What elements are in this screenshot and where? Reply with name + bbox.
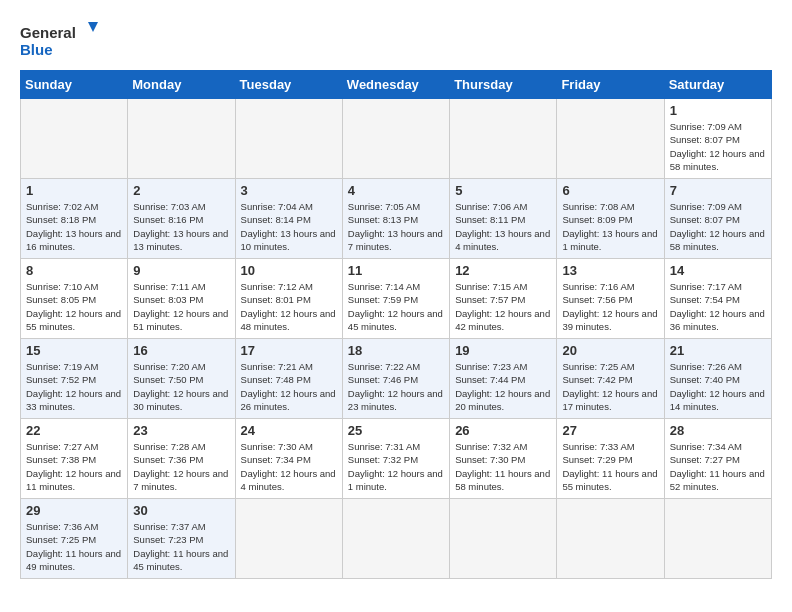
day-info: Sunrise: 7:08 AMSunset: 8:09 PMDaylight:… (562, 200, 658, 253)
day-info: Sunrise: 7:23 AMSunset: 7:44 PMDaylight:… (455, 360, 551, 413)
day-info: Sunrise: 7:14 AMSunset: 7:59 PMDaylight:… (348, 280, 444, 333)
calendar-week-row: 29Sunrise: 7:36 AMSunset: 7:25 PMDayligh… (21, 499, 772, 579)
day-number: 8 (26, 263, 122, 278)
day-info: Sunrise: 7:04 AMSunset: 8:14 PMDaylight:… (241, 200, 337, 253)
calendar-week-row: 15Sunrise: 7:19 AMSunset: 7:52 PMDayligh… (21, 339, 772, 419)
calendar-cell: 24Sunrise: 7:30 AMSunset: 7:34 PMDayligh… (235, 419, 342, 499)
calendar-week-row: 8Sunrise: 7:10 AMSunset: 8:05 PMDaylight… (21, 259, 772, 339)
day-number: 20 (562, 343, 658, 358)
calendar-cell (235, 99, 342, 179)
day-info: Sunrise: 7:20 AMSunset: 7:50 PMDaylight:… (133, 360, 229, 413)
day-info: Sunrise: 7:34 AMSunset: 7:27 PMDaylight:… (670, 440, 766, 493)
calendar-week-row: 1Sunrise: 7:02 AMSunset: 8:18 PMDaylight… (21, 179, 772, 259)
calendar-cell (21, 99, 128, 179)
calendar-cell: 1Sunrise: 7:09 AMSunset: 8:07 PMDaylight… (664, 99, 771, 179)
day-number: 27 (562, 423, 658, 438)
day-info: Sunrise: 7:36 AMSunset: 7:25 PMDaylight:… (26, 520, 122, 573)
day-info: Sunrise: 7:37 AMSunset: 7:23 PMDaylight:… (133, 520, 229, 573)
calendar-cell: 23Sunrise: 7:28 AMSunset: 7:36 PMDayligh… (128, 419, 235, 499)
calendar-cell (342, 99, 449, 179)
day-number: 13 (562, 263, 658, 278)
day-number: 10 (241, 263, 337, 278)
weekday-header-monday: Monday (128, 71, 235, 99)
day-number: 11 (348, 263, 444, 278)
day-info: Sunrise: 7:12 AMSunset: 8:01 PMDaylight:… (241, 280, 337, 333)
day-number: 17 (241, 343, 337, 358)
day-info: Sunrise: 7:22 AMSunset: 7:46 PMDaylight:… (348, 360, 444, 413)
calendar-cell: 7Sunrise: 7:09 AMSunset: 8:07 PMDaylight… (664, 179, 771, 259)
day-info: Sunrise: 7:17 AMSunset: 7:54 PMDaylight:… (670, 280, 766, 333)
day-number: 26 (455, 423, 551, 438)
calendar-cell: 16Sunrise: 7:20 AMSunset: 7:50 PMDayligh… (128, 339, 235, 419)
day-info: Sunrise: 7:33 AMSunset: 7:29 PMDaylight:… (562, 440, 658, 493)
calendar-cell: 1Sunrise: 7:02 AMSunset: 8:18 PMDaylight… (21, 179, 128, 259)
day-number: 28 (670, 423, 766, 438)
weekday-header-tuesday: Tuesday (235, 71, 342, 99)
calendar-cell: 5Sunrise: 7:06 AMSunset: 8:11 PMDaylight… (450, 179, 557, 259)
day-number: 6 (562, 183, 658, 198)
day-number: 5 (455, 183, 551, 198)
day-number: 29 (26, 503, 122, 518)
calendar-cell: 17Sunrise: 7:21 AMSunset: 7:48 PMDayligh… (235, 339, 342, 419)
day-info: Sunrise: 7:09 AMSunset: 8:07 PMDaylight:… (670, 200, 766, 253)
svg-text:Blue: Blue (20, 41, 53, 58)
day-info: Sunrise: 7:25 AMSunset: 7:42 PMDaylight:… (562, 360, 658, 413)
calendar-cell: 9Sunrise: 7:11 AMSunset: 8:03 PMDaylight… (128, 259, 235, 339)
day-info: Sunrise: 7:19 AMSunset: 7:52 PMDaylight:… (26, 360, 122, 413)
calendar-cell (235, 499, 342, 579)
calendar-cell: 19Sunrise: 7:23 AMSunset: 7:44 PMDayligh… (450, 339, 557, 419)
calendar-cell: 8Sunrise: 7:10 AMSunset: 8:05 PMDaylight… (21, 259, 128, 339)
calendar-cell: 25Sunrise: 7:31 AMSunset: 7:32 PMDayligh… (342, 419, 449, 499)
calendar-header: SundayMondayTuesdayWednesdayThursdayFrid… (21, 71, 772, 99)
day-info: Sunrise: 7:09 AMSunset: 8:07 PMDaylight:… (670, 120, 766, 173)
calendar-cell: 4Sunrise: 7:05 AMSunset: 8:13 PMDaylight… (342, 179, 449, 259)
day-info: Sunrise: 7:16 AMSunset: 7:56 PMDaylight:… (562, 280, 658, 333)
weekday-header-friday: Friday (557, 71, 664, 99)
day-number: 4 (348, 183, 444, 198)
calendar-cell: 3Sunrise: 7:04 AMSunset: 8:14 PMDaylight… (235, 179, 342, 259)
calendar-cell: 10Sunrise: 7:12 AMSunset: 8:01 PMDayligh… (235, 259, 342, 339)
calendar-cell: 11Sunrise: 7:14 AMSunset: 7:59 PMDayligh… (342, 259, 449, 339)
calendar-cell (450, 99, 557, 179)
calendar-cell: 30Sunrise: 7:37 AMSunset: 7:23 PMDayligh… (128, 499, 235, 579)
page-header: General Blue (20, 20, 772, 60)
weekday-header-wednesday: Wednesday (342, 71, 449, 99)
day-number: 25 (348, 423, 444, 438)
day-number: 7 (670, 183, 766, 198)
day-number: 16 (133, 343, 229, 358)
day-info: Sunrise: 7:28 AMSunset: 7:36 PMDaylight:… (133, 440, 229, 493)
day-number: 15 (26, 343, 122, 358)
calendar-cell: 6Sunrise: 7:08 AMSunset: 8:09 PMDaylight… (557, 179, 664, 259)
calendar-cell: 12Sunrise: 7:15 AMSunset: 7:57 PMDayligh… (450, 259, 557, 339)
weekday-header-sunday: Sunday (21, 71, 128, 99)
day-info: Sunrise: 7:32 AMSunset: 7:30 PMDaylight:… (455, 440, 551, 493)
day-number: 18 (348, 343, 444, 358)
day-info: Sunrise: 7:05 AMSunset: 8:13 PMDaylight:… (348, 200, 444, 253)
calendar-cell (450, 499, 557, 579)
day-info: Sunrise: 7:11 AMSunset: 8:03 PMDaylight:… (133, 280, 229, 333)
calendar-cell: 22Sunrise: 7:27 AMSunset: 7:38 PMDayligh… (21, 419, 128, 499)
calendar-cell (128, 99, 235, 179)
day-info: Sunrise: 7:02 AMSunset: 8:18 PMDaylight:… (26, 200, 122, 253)
day-info: Sunrise: 7:30 AMSunset: 7:34 PMDaylight:… (241, 440, 337, 493)
calendar-cell (557, 99, 664, 179)
svg-marker-2 (88, 22, 98, 32)
weekday-header-thursday: Thursday (450, 71, 557, 99)
calendar-cell (557, 499, 664, 579)
calendar-cell (342, 499, 449, 579)
day-number: 12 (455, 263, 551, 278)
calendar-cell: 27Sunrise: 7:33 AMSunset: 7:29 PMDayligh… (557, 419, 664, 499)
calendar-cell: 13Sunrise: 7:16 AMSunset: 7:56 PMDayligh… (557, 259, 664, 339)
calendar-cell: 26Sunrise: 7:32 AMSunset: 7:30 PMDayligh… (450, 419, 557, 499)
calendar-cell: 20Sunrise: 7:25 AMSunset: 7:42 PMDayligh… (557, 339, 664, 419)
calendar-cell: 18Sunrise: 7:22 AMSunset: 7:46 PMDayligh… (342, 339, 449, 419)
day-info: Sunrise: 7:10 AMSunset: 8:05 PMDaylight:… (26, 280, 122, 333)
logo: General Blue (20, 20, 100, 60)
calendar-cell: 2Sunrise: 7:03 AMSunset: 8:16 PMDaylight… (128, 179, 235, 259)
day-info: Sunrise: 7:06 AMSunset: 8:11 PMDaylight:… (455, 200, 551, 253)
day-info: Sunrise: 7:15 AMSunset: 7:57 PMDaylight:… (455, 280, 551, 333)
weekday-header-saturday: Saturday (664, 71, 771, 99)
day-info: Sunrise: 7:03 AMSunset: 8:16 PMDaylight:… (133, 200, 229, 253)
day-number: 1 (26, 183, 122, 198)
day-number: 9 (133, 263, 229, 278)
